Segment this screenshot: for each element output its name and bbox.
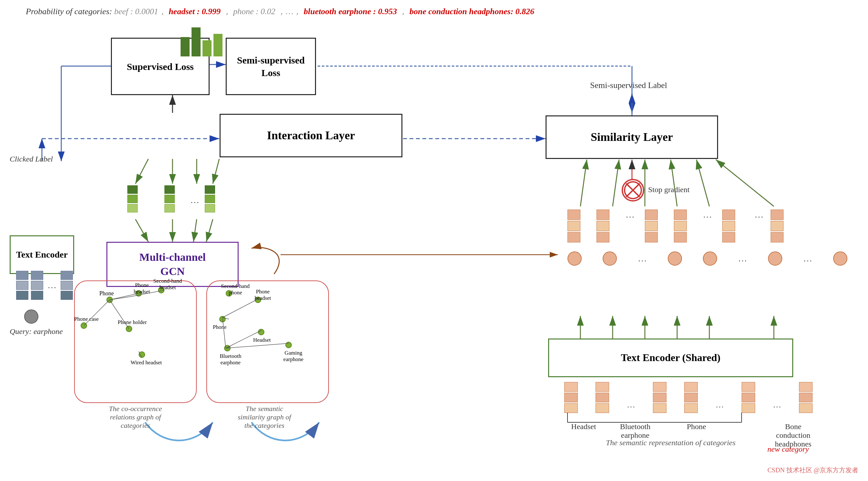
cooccurrence-label: The co-occurrencerelations graph ofcateg… — [78, 405, 193, 430]
text-encoder-shared-label: Text Encoder (Shared) — [621, 351, 721, 364]
orange-dots-1: … — [625, 210, 634, 220]
node-phone-holder — [126, 326, 132, 332]
orange-col-4 — [674, 210, 687, 243]
interaction-layer-label: Interaction Layer — [267, 128, 355, 143]
similarity-layer-box: Similarity Layer — [546, 116, 718, 159]
svg-line-38 — [696, 160, 709, 206]
probability-bar: Probability of categories: beef : 0.0001… — [26, 6, 842, 17]
prob-beef: beef : 0.0001， — [114, 7, 166, 16]
stop-gradient-symbol — [622, 179, 644, 201]
svg-line-34 — [580, 160, 587, 206]
watermark: CSDN 技术社区 @京东方方发者 — [767, 466, 858, 475]
svg-line-20 — [213, 159, 219, 184]
similarity-layer-label: Similarity Layer — [591, 130, 673, 145]
right-input-stacks: … … … — [564, 382, 812, 413]
node-phone-label: Phone — [99, 290, 114, 297]
node2-bluetooth — [224, 345, 230, 351]
label-phone: Phone — [684, 422, 709, 431]
node-phone — [106, 297, 113, 303]
supervised-loss-label: Supervised Loss — [127, 60, 194, 73]
histogram-bars — [181, 27, 222, 56]
orange-col-2 — [596, 210, 610, 243]
feature-col-2 — [164, 185, 175, 213]
node-phone-headset-label: Phoneheadset — [129, 282, 155, 295]
feature-col-3 — [205, 185, 215, 213]
orange-col-6 — [771, 210, 783, 243]
node-wired-headset — [138, 351, 145, 358]
feature-col-1 — [127, 185, 138, 213]
prob-dots: ，…， — [277, 7, 302, 16]
cooccurrence-graph-box — [74, 281, 197, 403]
node-phone-case-label: Phone case — [74, 316, 99, 322]
text-encoder-box: Text Encoder — [10, 235, 74, 274]
new-category-label: new category — [767, 445, 809, 454]
node2-gaming-label: Gamingearphone — [279, 350, 308, 363]
orange-circles-row: … … … — [567, 252, 847, 266]
semi-supervised-loss-label: Semi-supervisedLoss — [237, 54, 305, 79]
node-phone-case — [81, 322, 87, 329]
node2-secondhand-label: Second-hand phone — [219, 283, 251, 296]
svg-line-35 — [613, 160, 619, 206]
query-circle — [24, 310, 38, 324]
node-phone-holder-label: Phone holder — [118, 319, 147, 326]
orange-dots-3: … — [754, 210, 764, 220]
node2-bluetooth-label: Bluetoothearphone — [216, 353, 245, 366]
orange-dots-2: … — [703, 210, 712, 220]
orange-col-3 — [645, 210, 658, 243]
orange-col-headset — [567, 210, 580, 243]
node2-gaming — [285, 342, 292, 348]
node2-phone-headset-label: Phone headset — [248, 289, 277, 301]
svg-line-24 — [206, 219, 213, 242]
prob-comma1: ， — [223, 7, 231, 16]
prob-headset: headset : 0.999 — [168, 7, 221, 16]
semantic-sim-label: The semanticsimilarity graph ofthe categ… — [206, 405, 322, 430]
node2-phone-label: Phone — [213, 324, 227, 330]
node-wired-headset-label: Wired headset — [131, 359, 162, 366]
orange-col-5 — [722, 210, 735, 243]
svg-line-17 — [135, 159, 148, 184]
stop-gradient-label: Stop gradient — [648, 185, 690, 194]
node2-headset — [258, 329, 265, 335]
text-encoder-label: Text Encoder — [16, 249, 68, 260]
stop-gradient-icon — [623, 180, 643, 200]
label-headset: Headset — [564, 422, 603, 431]
clicked-label: Clicked Label — [10, 155, 53, 163]
svg-line-23 — [193, 219, 197, 242]
prob-label: Probability of categories: — [26, 7, 114, 16]
query-label: Query: earphone — [10, 327, 63, 336]
svg-line-37 — [671, 160, 677, 206]
node2-phone — [219, 316, 226, 322]
interaction-layer-box: Interaction Layer — [220, 114, 402, 157]
text-encoder-shared-box: Text Encoder (Shared) — [548, 339, 793, 377]
semi-supervised-loss-box: Semi-supervisedLoss — [226, 38, 316, 95]
label-bone-conduction: Bone conductionheadphones — [767, 422, 819, 448]
svg-line-21 — [135, 219, 148, 242]
node-secondhand-headset-label: Second-handheadset — [153, 278, 182, 291]
prob-bone: bone conduction headphones: 0.826 — [409, 7, 534, 16]
prob-bluetooth: bluetooth earphone : 0.953 — [304, 7, 397, 16]
prob-phone: phone : 0.02 — [233, 7, 275, 16]
svg-line-39 — [716, 160, 774, 206]
node2-headset-label: Headset — [253, 337, 271, 343]
semantic-rep-label: The semantic representation of categorie… — [587, 439, 754, 447]
diagram-container: Probability of categories: beef : 0.0001… — [0, 0, 868, 481]
query-encoder-stacks: … — [16, 271, 73, 300]
semi-supervised-label-text: Semi-supervised Label — [590, 81, 667, 90]
label-bluetooth-earphone: Bluetooth earphone — [610, 422, 661, 440]
gcn-label: Multi-channelGCN — [139, 250, 206, 279]
prob-comma2: ， — [399, 7, 407, 16]
feature-dots: … — [190, 195, 199, 205]
